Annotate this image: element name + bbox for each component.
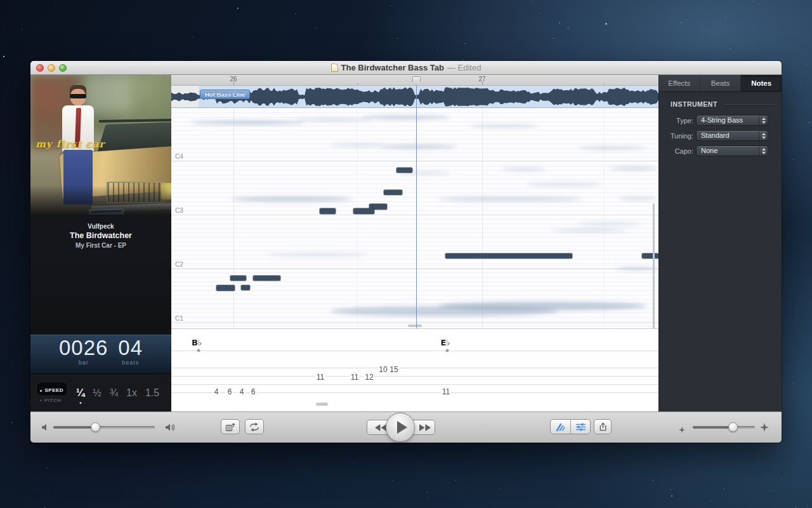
tablature-area[interactable]: B♭E♭1015111112464611 bbox=[171, 328, 658, 411]
fret-number[interactable]: 12 bbox=[363, 373, 374, 382]
note-block[interactable] bbox=[445, 253, 572, 258]
star bbox=[559, 22, 560, 23]
section-rule bbox=[723, 104, 775, 105]
octave-grid-line bbox=[171, 161, 658, 161]
fret-number[interactable]: 6 bbox=[250, 387, 257, 396]
ruler-tick bbox=[233, 82, 234, 85]
speed-option-1.5[interactable]: 1.5 bbox=[145, 387, 159, 399]
window-titlebar[interactable]: The Birdwatcher Bass Tab — Edited bbox=[30, 61, 782, 75]
chord-label[interactable]: B♭ bbox=[192, 338, 202, 347]
fret-number[interactable]: 11 bbox=[315, 373, 325, 382]
star bbox=[532, 1, 533, 2]
section-marker[interactable]: Hot Bass Line bbox=[200, 90, 250, 99]
note-block[interactable] bbox=[241, 285, 250, 290]
playhead-line bbox=[416, 86, 417, 328]
fret-number[interactable]: 11 bbox=[441, 387, 451, 396]
tab-beats[interactable]: Beats bbox=[700, 75, 742, 91]
star bbox=[315, 27, 316, 28]
speed-toggle-selected[interactable]: SPEED bbox=[37, 382, 67, 396]
speed-option-¼[interactable]: ¼ bbox=[76, 387, 84, 399]
star bbox=[781, 478, 782, 479]
dropdown-type[interactable]: 4-String Bass bbox=[696, 115, 768, 126]
instrument-row-label: Tuning: bbox=[660, 132, 693, 140]
speed-pitch-toggle[interactable]: SPEED PITCH bbox=[37, 382, 69, 403]
tablature-scroll-pill[interactable] bbox=[316, 403, 328, 406]
star bbox=[681, 22, 681, 23]
volume-slider-knob[interactable] bbox=[91, 422, 100, 432]
instrument-section-header: INSTRUMENT bbox=[671, 100, 775, 108]
star bbox=[653, 480, 653, 481]
fret-number[interactable]: 4 bbox=[213, 387, 220, 396]
note-block[interactable] bbox=[216, 285, 235, 291]
zoom-slider[interactable] bbox=[693, 426, 755, 429]
album-art: VULF my first car bbox=[30, 75, 171, 215]
string-line bbox=[171, 376, 658, 377]
sidebar-spacer bbox=[30, 253, 171, 335]
star bbox=[393, 480, 393, 481]
speed-option-½[interactable]: ½ bbox=[93, 387, 101, 399]
app-window: The Birdwatcher Bass Tab — Edited bbox=[30, 61, 782, 443]
fret-number[interactable]: 11 bbox=[350, 373, 360, 382]
fret-number[interactable]: 10 bbox=[377, 365, 388, 374]
speed-option-1x[interactable]: 1x bbox=[126, 387, 137, 399]
mixer-view-button[interactable] bbox=[570, 420, 590, 434]
rewind-icon bbox=[375, 424, 386, 431]
album-art-caption: my first car bbox=[36, 138, 105, 150]
play-button[interactable] bbox=[386, 413, 415, 442]
chord-label[interactable]: E♭ bbox=[440, 338, 450, 347]
fret-number[interactable]: 15 bbox=[388, 365, 399, 374]
fret-number[interactable]: 4 bbox=[239, 387, 246, 396]
star bbox=[295, 13, 296, 14]
note-block[interactable] bbox=[230, 276, 246, 281]
zoom-window-button[interactable] bbox=[59, 64, 67, 72]
spectrogram-view-button[interactable] bbox=[551, 420, 570, 434]
fret-number[interactable]: 6 bbox=[226, 387, 233, 396]
inspector-tab-bar: EffectsBeatsNotes bbox=[659, 75, 782, 92]
spectrogram-view[interactable]: C4C3C2C1 bbox=[171, 108, 658, 328]
star bbox=[81, 457, 82, 458]
spectrogram-scroll-pill[interactable] bbox=[408, 324, 422, 327]
star bbox=[22, 29, 22, 30]
star bbox=[809, 122, 810, 123]
window-title: The Birdwatcher Bass Tab bbox=[341, 63, 444, 72]
note-block[interactable] bbox=[320, 208, 336, 214]
waveform-strip[interactable]: Hot Bass Line bbox=[171, 86, 658, 108]
note-block[interactable] bbox=[384, 190, 402, 195]
harmonic-smudge bbox=[295, 118, 371, 121]
star bbox=[753, 1, 754, 2]
vertical-scrollbar[interactable] bbox=[653, 203, 655, 328]
note-block[interactable] bbox=[253, 276, 280, 281]
window-title-group: The Birdwatcher Bass Tab — Edited bbox=[331, 63, 481, 72]
share-button[interactable] bbox=[594, 419, 612, 434]
loop-button[interactable] bbox=[245, 419, 264, 434]
zoom-slider-knob[interactable] bbox=[728, 422, 738, 432]
harmonic-smudge bbox=[552, 229, 628, 232]
tab-notes[interactable]: Notes bbox=[741, 75, 782, 91]
instrument-rows: Type:4-String BassTuning:StandardCapo:No… bbox=[659, 115, 782, 161]
dropdown-stepper-icon bbox=[759, 131, 768, 140]
minimize-button[interactable] bbox=[48, 64, 55, 72]
beats-counter-value: 04 bbox=[118, 335, 143, 361]
star bbox=[428, 497, 428, 498]
dropdown-capo[interactable]: None bbox=[696, 145, 768, 156]
star bbox=[553, 38, 554, 39]
loop-icon bbox=[249, 422, 260, 432]
harmonic-smudge bbox=[438, 197, 584, 201]
dropdown-tuning[interactable]: Standard bbox=[696, 130, 768, 141]
tab-effects[interactable]: Effects bbox=[659, 75, 700, 91]
note-block[interactable] bbox=[396, 168, 412, 173]
star bbox=[796, 507, 796, 507]
pitch-toggle[interactable]: PITCH bbox=[37, 398, 69, 403]
metronome-button[interactable] bbox=[221, 419, 240, 434]
note-block[interactable] bbox=[642, 253, 658, 258]
close-button[interactable] bbox=[36, 64, 44, 72]
position-counter: 0026 bar 04 beats bbox=[30, 335, 171, 374]
harmonic-smudge bbox=[266, 253, 368, 257]
note-block[interactable] bbox=[353, 208, 374, 214]
fast-forward-icon bbox=[419, 424, 431, 431]
star bbox=[455, 480, 455, 481]
harmonic-smudge bbox=[438, 302, 647, 311]
speed-option-¾[interactable]: ¾ bbox=[110, 387, 118, 399]
volume-slider[interactable] bbox=[53, 426, 155, 429]
harmonic-smudge bbox=[577, 222, 641, 225]
